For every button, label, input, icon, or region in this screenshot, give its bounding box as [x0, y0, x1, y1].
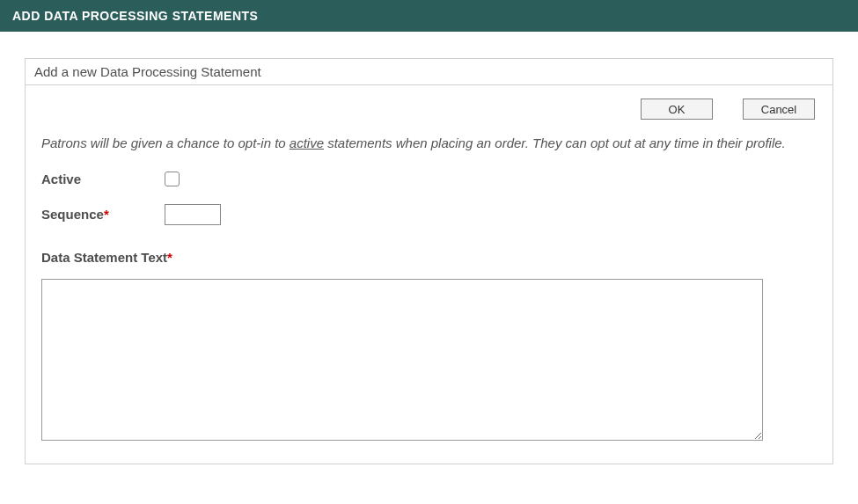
required-marker: * [104, 207, 109, 222]
cancel-button[interactable]: Cancel [743, 99, 815, 120]
hint-post: statements when placing an order. They c… [324, 135, 786, 150]
form-panel: Add a new Data Processing Statement OK C… [25, 58, 833, 464]
button-row: OK Cancel [41, 99, 817, 120]
statement-textarea[interactable] [41, 279, 763, 441]
content-wrap: Add a new Data Processing Statement OK C… [0, 32, 858, 482]
active-checkbox[interactable] [165, 172, 180, 186]
required-marker: * [167, 250, 172, 265]
statement-label: Data Statement Text* [41, 250, 817, 265]
page-title: ADD DATA PROCESSING STATEMENTS [12, 9, 258, 23]
page-header: ADD DATA PROCESSING STATEMENTS [0, 0, 858, 32]
active-row: Active [41, 172, 817, 186]
panel-body: OK Cancel Patrons will be given a chance… [26, 85, 832, 464]
hint-text: Patrons will be given a chance to opt-in… [41, 134, 817, 154]
active-label: Active [41, 172, 165, 186]
panel-title: Add a new Data Processing Statement [26, 59, 832, 85]
hint-pre: Patrons will be given a chance to opt-in… [41, 135, 290, 150]
hint-underlined: active [290, 135, 324, 150]
ok-button[interactable]: OK [641, 99, 713, 120]
sequence-input[interactable] [165, 204, 221, 225]
sequence-row: Sequence* [41, 204, 817, 225]
sequence-label: Sequence* [41, 207, 165, 222]
